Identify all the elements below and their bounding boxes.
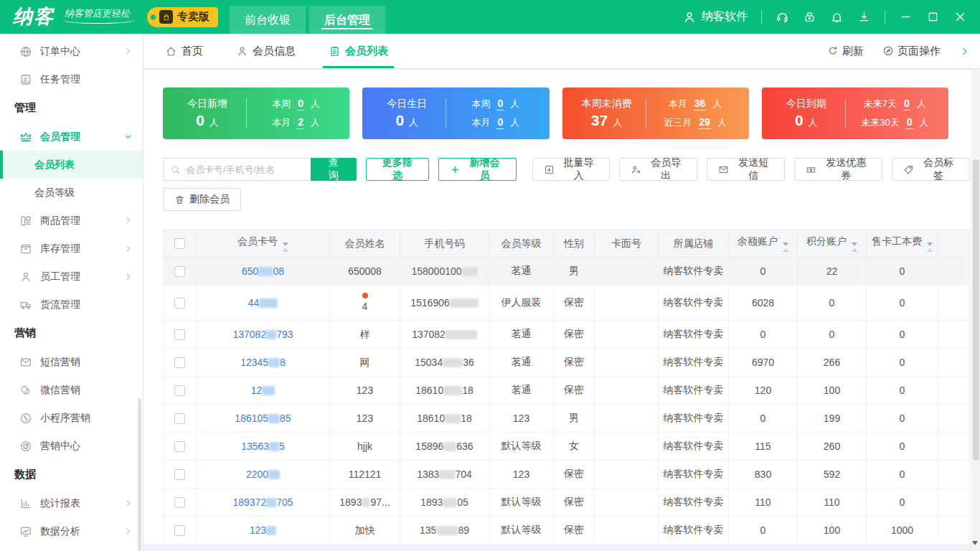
row-checkbox[interactable] bbox=[174, 357, 185, 368]
stat-card-row-value[interactable]: 0 bbox=[906, 116, 913, 129]
sidebar-subitem[interactable]: 会员列表 bbox=[0, 151, 143, 179]
sidebar-scrollbar-thumb[interactable] bbox=[138, 398, 141, 551]
support-button[interactable] bbox=[776, 10, 789, 24]
member-card-link[interactable]: 2200 bbox=[246, 468, 280, 480]
page-operations-button[interactable]: 页面操作 bbox=[882, 44, 941, 58]
sidebar-item[interactable]: 微信营销 bbox=[0, 376, 143, 404]
stat-card-row-value[interactable]: 0 bbox=[496, 116, 504, 129]
column-header[interactable]: 会员等级 bbox=[489, 230, 554, 258]
toolbar-button-mail[interactable]: 发送短信 bbox=[707, 158, 785, 181]
row-checkbox[interactable] bbox=[174, 329, 185, 340]
notifications-button[interactable] bbox=[830, 10, 844, 24]
toolbar-button-tag2[interactable]: 会员标签 bbox=[892, 158, 970, 181]
column-header[interactable]: 会员姓名 bbox=[330, 230, 400, 258]
redacted-area bbox=[462, 267, 478, 276]
sidebar-item[interactable]: 员工管理 bbox=[0, 263, 143, 291]
page-tab[interactable]: 首页 bbox=[165, 34, 203, 68]
download-button[interactable] bbox=[857, 10, 871, 24]
store-cell: 纳客软件专卖 bbox=[659, 489, 729, 517]
column-header[interactable]: 手机号码 bbox=[400, 230, 489, 258]
stat-card-row-value[interactable]: 2 bbox=[297, 116, 304, 129]
stat-card-row-value[interactable]: 0 bbox=[903, 98, 910, 110]
member-card-cell: 65008 bbox=[197, 258, 330, 286]
row-checkbox[interactable] bbox=[174, 298, 185, 309]
scroll-down-arrow[interactable] bbox=[972, 541, 979, 548]
sidebar-item[interactable]: 货流管理 bbox=[0, 291, 143, 319]
search-input[interactable] bbox=[164, 159, 311, 180]
toolbar-button-export[interactable]: 会员导出 bbox=[619, 158, 697, 181]
sidebar-item[interactable]: 会员管理 bbox=[0, 123, 143, 151]
member-card-link[interactable]: 123 bbox=[250, 524, 276, 536]
app-window: 纳客 纳客管店更轻松 专卖版 前台收银后台管理 纳客软件 订单中心任 bbox=[0, 0, 980, 551]
sidebar-item[interactable]: 商品管理 bbox=[0, 207, 143, 235]
table-row: 137082793样137082茗通保密纳客软件专卖000 bbox=[164, 321, 970, 349]
refresh-icon bbox=[827, 45, 839, 57]
collapse-chevron-button[interactable] bbox=[959, 46, 970, 57]
more-filters-button[interactable]: 更多筛选 bbox=[366, 158, 429, 181]
sidebar-item[interactable]: 订单中心 bbox=[0, 37, 143, 65]
stat-card-unit: 人 bbox=[809, 116, 818, 129]
topbar-tab[interactable]: 前台收银 bbox=[230, 6, 306, 34]
stat-card-row-value[interactable]: 0 bbox=[496, 98, 504, 110]
sidebar-item[interactable]: 任务管理 bbox=[0, 65, 143, 93]
close-button[interactable] bbox=[953, 10, 967, 24]
delete-member-button[interactable]: 删除会员 bbox=[163, 188, 241, 211]
sort-icon[interactable] bbox=[283, 242, 288, 252]
topbar-tab[interactable]: 后台管理 bbox=[309, 6, 385, 34]
stat-card-row-value[interactable]: 29 bbox=[698, 116, 711, 129]
column-header[interactable]: 卡面号 bbox=[595, 230, 659, 258]
member-card-link[interactable]: 137082793 bbox=[232, 329, 293, 340]
topbar-divider bbox=[761, 11, 762, 24]
sidebar-item[interactable]: 营销中心 bbox=[0, 432, 143, 460]
page-tab[interactable]: 会员列表 bbox=[329, 34, 388, 68]
page-tab[interactable]: 会员信息 bbox=[236, 34, 296, 68]
sort-icon[interactable] bbox=[927, 242, 933, 252]
page-scrollbar-track[interactable] bbox=[971, 70, 980, 551]
sidebar-item[interactable]: 短信营销 bbox=[0, 348, 143, 376]
sidebar-item[interactable]: 统计报表 bbox=[0, 489, 143, 517]
minimize-button[interactable] bbox=[899, 10, 913, 24]
row-checkbox[interactable] bbox=[174, 385, 185, 396]
member-card-link[interactable]: 123458 bbox=[240, 357, 286, 368]
column-header[interactable]: 所属店铺 bbox=[659, 230, 729, 258]
lock-button[interactable] bbox=[803, 10, 816, 24]
column-header[interactable]: 会员卡号 bbox=[197, 230, 330, 258]
page-scrollbar-thumb[interactable] bbox=[973, 159, 979, 461]
column-header[interactable]: 售卡工本费 bbox=[867, 230, 938, 258]
add-member-button[interactable]: 新增会员 bbox=[438, 158, 517, 181]
maximize-button[interactable] bbox=[926, 10, 940, 24]
search-button[interactable]: 查询 bbox=[311, 158, 357, 181]
bag-icon-wrap bbox=[159, 10, 173, 24]
row-checkbox[interactable] bbox=[174, 266, 185, 277]
row-checkbox[interactable] bbox=[174, 441, 185, 452]
column-header[interactable]: 余额账户 bbox=[729, 230, 798, 258]
member-card-link[interactable]: 189372705 bbox=[232, 496, 293, 508]
sort-icon[interactable] bbox=[852, 242, 857, 252]
sidebar-item[interactable]: 数据分析 bbox=[0, 517, 143, 545]
sort-icon[interactable] bbox=[783, 242, 788, 252]
refresh-button[interactable]: 刷新 bbox=[827, 44, 864, 58]
select-all-checkbox[interactable] bbox=[174, 238, 185, 249]
toolbar-button-import[interactable]: 批量导入 bbox=[532, 158, 611, 181]
member-card-link[interactable]: 44 bbox=[248, 297, 278, 309]
row-checkbox[interactable] bbox=[174, 469, 185, 480]
sidebar-item[interactable]: 小程序营销 bbox=[0, 404, 143, 432]
sidebar-item-label: 货流管理 bbox=[40, 298, 80, 311]
stat-card-row-value[interactable]: 0 bbox=[297, 98, 304, 110]
column-header[interactable]: 积分账户 bbox=[798, 230, 867, 258]
stat-card-row-value[interactable]: 36 bbox=[694, 98, 707, 110]
toolbar-button-coupon[interactable]: 发送优惠券 bbox=[794, 158, 882, 181]
row-checkbox[interactable] bbox=[174, 413, 185, 424]
member-card-link[interactable]: 65008 bbox=[242, 265, 284, 277]
fee-cell: 0 bbox=[867, 405, 938, 433]
member-card-link[interactable]: 18610585 bbox=[235, 413, 291, 424]
sidebar-subitem[interactable]: 会员等级 bbox=[0, 179, 143, 207]
member-card-link[interactable]: 12 bbox=[251, 385, 275, 396]
account-button[interactable]: 纳客软件 bbox=[682, 9, 748, 24]
sidebar-item[interactable]: 库存管理 bbox=[0, 235, 143, 263]
row-checkbox[interactable] bbox=[174, 497, 185, 508]
column-header[interactable]: 性别 bbox=[554, 230, 595, 258]
row-checkbox[interactable] bbox=[174, 525, 185, 536]
points-cell: 0 bbox=[798, 321, 867, 349]
member-card-link[interactable]: 135635 bbox=[241, 441, 285, 452]
